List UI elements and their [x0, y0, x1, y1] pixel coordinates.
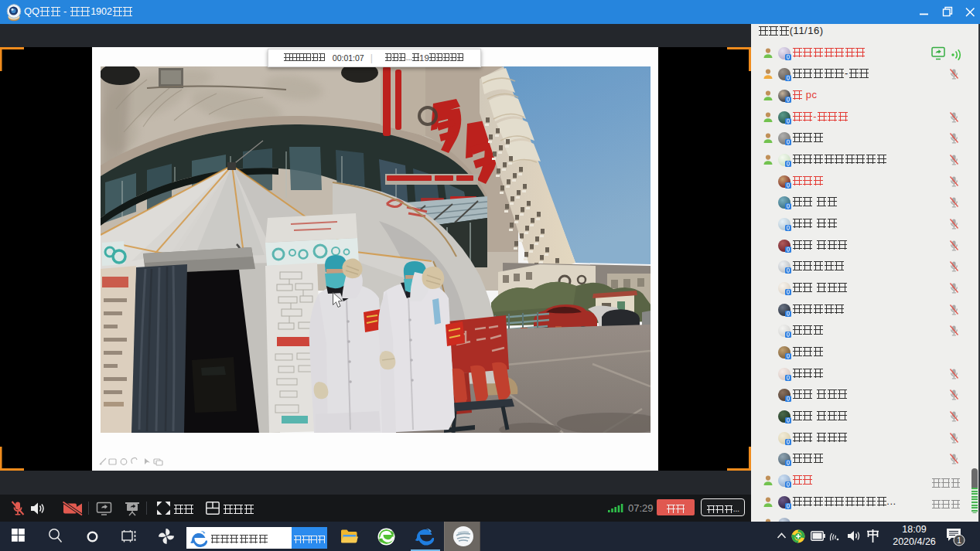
svg-text:1: 1 [957, 536, 961, 545]
